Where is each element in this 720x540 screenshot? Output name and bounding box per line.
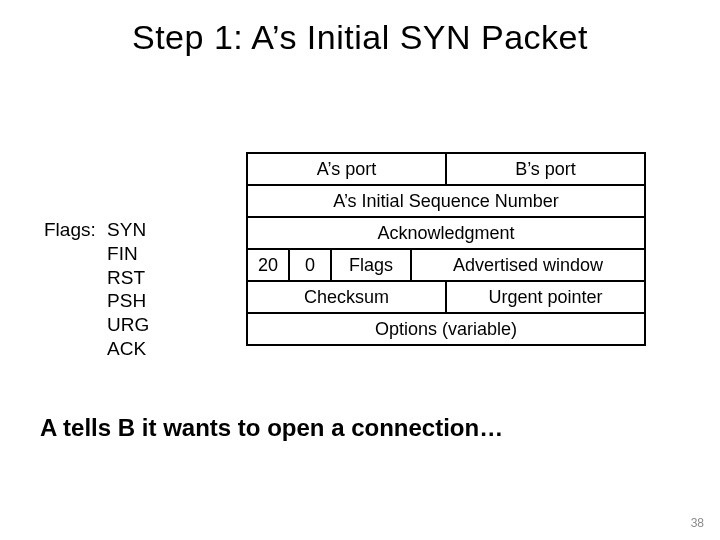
field-header-length: 20 bbox=[247, 249, 289, 281]
field-dest-port: B’s port bbox=[446, 153, 645, 185]
tcp-header-diagram: A’s port B’s port A’s Initial Sequence N… bbox=[246, 152, 646, 346]
field-source-port: A’s port bbox=[247, 153, 446, 185]
field-options: Options (variable) bbox=[247, 313, 645, 345]
field-sequence-number: A’s Initial Sequence Number bbox=[247, 185, 645, 217]
flags-list: SYN FIN RST PSH URG ACK bbox=[107, 218, 149, 361]
flags-label: Flags: bbox=[44, 218, 96, 242]
field-checksum: Checksum bbox=[247, 281, 446, 313]
flag-psh: PSH bbox=[107, 289, 149, 313]
caption-text: A tells B it wants to open a connection… bbox=[40, 414, 503, 442]
field-flags: Flags bbox=[331, 249, 411, 281]
flags-block: Flags: SYN FIN RST PSH URG ACK bbox=[44, 218, 149, 361]
field-acknowledgment: Acknowledgment bbox=[247, 217, 645, 249]
flag-rst: RST bbox=[107, 266, 149, 290]
flag-syn: SYN bbox=[107, 218, 149, 242]
flag-ack: ACK bbox=[107, 337, 149, 361]
flag-fin: FIN bbox=[107, 242, 149, 266]
page-number: 38 bbox=[691, 516, 704, 530]
field-urgent-pointer: Urgent pointer bbox=[446, 281, 645, 313]
field-advertised-window: Advertised window bbox=[411, 249, 645, 281]
flag-urg: URG bbox=[107, 313, 149, 337]
field-reserved: 0 bbox=[289, 249, 331, 281]
page-title: Step 1: A’s Initial SYN Packet bbox=[0, 0, 720, 57]
